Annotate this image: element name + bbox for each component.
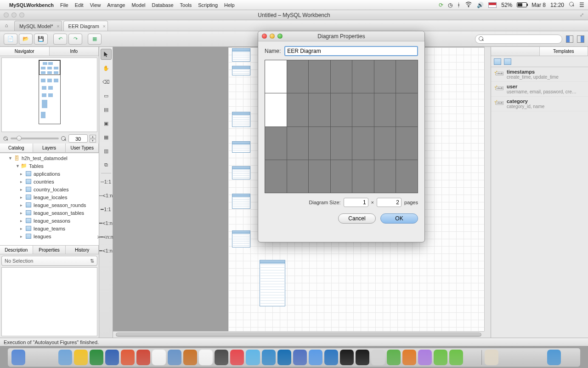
dock-app[interactable] xyxy=(199,350,213,365)
table-row[interactable]: league_season_tables xyxy=(34,210,84,216)
view-tool[interactable]: ▥ xyxy=(101,145,112,156)
navigator-minimap[interactable] xyxy=(1,58,97,132)
spotlight-icon[interactable] xyxy=(569,1,575,9)
table-row[interactable]: leagues xyxy=(34,234,51,239)
table-row[interactable]: league_teams xyxy=(34,226,65,231)
dock-app[interactable] xyxy=(485,350,498,365)
tab-templates[interactable]: Templates xyxy=(540,47,588,56)
redo-button[interactable]: ↷ xyxy=(68,34,82,45)
table-row[interactable]: applications xyxy=(34,171,60,177)
tab-info[interactable]: Info xyxy=(50,47,99,56)
menu-database[interactable]: Database xyxy=(152,2,173,8)
page-grid-selector[interactable] xyxy=(265,60,418,193)
menu-tools[interactable]: Tools xyxy=(180,2,192,8)
dock-app[interactable] xyxy=(418,350,432,365)
dock-app[interactable] xyxy=(465,350,479,365)
menubar-time[interactable]: 12:20 xyxy=(550,2,564,8)
table-tool[interactable]: ▦ xyxy=(101,132,112,143)
note-tool[interactable]: ▤ xyxy=(101,104,112,115)
template-view-grid-icon[interactable] xyxy=(504,58,511,65)
tab-user-types[interactable]: User Types xyxy=(66,144,99,152)
menubar-date[interactable]: Mar 8 xyxy=(531,2,546,8)
bluetooth-icon[interactable]: ᚼ xyxy=(457,2,460,8)
search-input[interactable] xyxy=(475,34,562,44)
dock-app[interactable] xyxy=(563,350,577,365)
table-row[interactable]: league_season_rounds xyxy=(34,202,86,208)
tab-eer-diagram[interactable]: EER Diagram× xyxy=(63,21,108,31)
menu-arrange[interactable]: Arrange xyxy=(107,2,125,8)
dock-app[interactable] xyxy=(58,350,72,365)
dock-app[interactable] xyxy=(547,350,561,365)
wifi-icon[interactable] xyxy=(465,0,472,9)
close-icon[interactable]: × xyxy=(102,23,105,29)
ok-button[interactable]: OK xyxy=(380,213,418,224)
tab-mysql-model[interactable]: MySQL Model*× xyxy=(14,21,62,31)
zoom-value[interactable]: 30 xyxy=(68,134,88,143)
grid-toggle-button[interactable]: ▦ xyxy=(88,34,102,45)
dock-app[interactable] xyxy=(387,350,401,365)
left-panel-toggle[interactable] xyxy=(566,35,573,43)
tab-layers[interactable]: Layers xyxy=(33,144,66,152)
dock-app[interactable] xyxy=(340,350,354,365)
template-view-list-icon[interactable] xyxy=(494,58,501,65)
dock-app[interactable] xyxy=(402,350,416,365)
template-category[interactable]: ★MWB categorycategory_id, name xyxy=(491,97,588,111)
diagram-name-input[interactable] xyxy=(284,46,418,56)
tab-properties[interactable]: Properties xyxy=(33,246,66,254)
dock-app[interactable] xyxy=(516,350,530,365)
dock-app[interactable] xyxy=(74,350,88,365)
dock-app[interactable] xyxy=(293,350,307,365)
dock-app[interactable] xyxy=(434,350,447,365)
dock-app[interactable] xyxy=(136,350,150,365)
dock-app[interactable] xyxy=(356,350,369,365)
image-tool[interactable]: ▣ xyxy=(101,118,112,129)
zoom-slider[interactable] xyxy=(11,138,59,139)
dock-app[interactable] xyxy=(262,350,276,365)
diagram-height-input[interactable] xyxy=(377,198,401,207)
selection-dropdown[interactable]: No Selection⇅ xyxy=(1,256,97,266)
tab-catalog[interactable]: Catalog xyxy=(0,144,33,152)
save-button[interactable]: 💾 xyxy=(34,34,48,45)
expand-icon[interactable]: ⤢ xyxy=(580,12,585,17)
catalog-tree[interactable]: ▼🗄h2h_test_datamodel ▼📁Tables ▸applicati… xyxy=(0,153,99,245)
menu-edit[interactable]: Edit xyxy=(75,2,84,8)
hand-tool[interactable]: ✋ xyxy=(101,63,112,74)
dock-app[interactable] xyxy=(531,350,545,365)
new-file-button[interactable]: 📄 xyxy=(4,34,17,45)
relation-1-1-id[interactable]: ━1:1 xyxy=(101,204,112,215)
menu-help[interactable]: Help xyxy=(224,2,235,8)
input-flag-icon[interactable] xyxy=(488,2,497,8)
table-row[interactable]: league_seasons xyxy=(34,218,70,224)
app-name[interactable]: MySQLWorkbench xyxy=(9,2,54,8)
notification-center-icon[interactable]: ☰ xyxy=(579,2,584,8)
close-icon[interactable]: × xyxy=(57,23,59,29)
relation-1-n-id[interactable]: ━<1:n xyxy=(101,218,112,229)
dock-app[interactable] xyxy=(324,350,338,365)
dock-app[interactable] xyxy=(121,350,135,365)
dock-app[interactable] xyxy=(277,350,291,365)
menu-view[interactable]: View xyxy=(90,2,101,8)
battery-icon[interactable] xyxy=(517,2,527,7)
menu-model[interactable]: Model xyxy=(131,2,145,8)
menu-scripting[interactable]: Scripting xyxy=(198,2,218,8)
home-tab-icon[interactable]: ⌂ xyxy=(0,20,13,31)
template-timestamps[interactable]: ★MWB timestampscreate_time, update_time xyxy=(491,67,588,82)
routine-tool[interactable]: ⧉ xyxy=(101,159,112,170)
volume-icon[interactable]: 🔊 xyxy=(477,2,484,8)
pointer-tool[interactable] xyxy=(101,49,112,60)
layer-tool[interactable]: ▭ xyxy=(101,90,112,101)
undo-button[interactable]: ↶ xyxy=(53,34,67,45)
menu-file[interactable]: File xyxy=(60,2,68,8)
tab-navigator[interactable]: Navigator xyxy=(0,47,50,56)
zoom-stepper[interactable]: ▴▾ xyxy=(90,135,96,143)
dock-app[interactable] xyxy=(246,350,260,365)
right-panel-toggle[interactable] xyxy=(577,35,584,43)
dock-app[interactable] xyxy=(371,350,385,365)
dock-app[interactable] xyxy=(43,350,57,365)
dock-app[interactable] xyxy=(215,350,228,365)
tables-folder[interactable]: Tables xyxy=(29,163,44,169)
dock-app[interactable] xyxy=(309,350,322,365)
diagram-width-input[interactable] xyxy=(344,198,368,207)
table-row[interactable]: league_locales xyxy=(34,195,67,200)
table-row[interactable]: countries xyxy=(34,179,54,184)
